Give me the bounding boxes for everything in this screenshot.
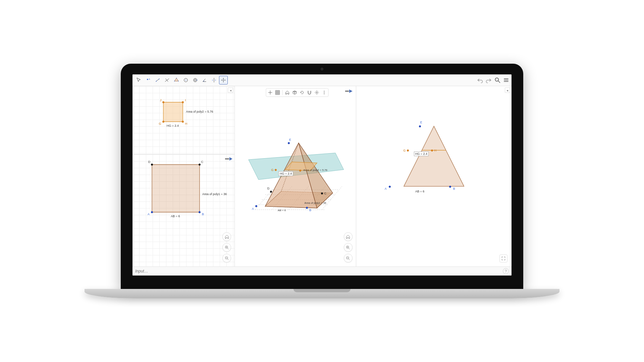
area-poly2-label: Area of poly2 = 5.76 (186, 110, 213, 113)
point-G-tri[interactable] (407, 149, 409, 152)
settings-icon[interactable] (314, 89, 320, 96)
laptop-bezel: A (121, 64, 523, 289)
fullscreen-button[interactable] (499, 254, 507, 262)
panel-3d[interactable]: A B C D E G HG = 2.4 Area of poly2 = 5.7… (235, 86, 356, 266)
area-poly2-3d: Area of poly2 = 5.76 (303, 169, 327, 172)
svg-point-14 (194, 79, 196, 81)
svg-point-0 (147, 79, 148, 80)
more-icon[interactable] (321, 89, 328, 96)
point-E-3d[interactable] (288, 142, 290, 144)
point-I[interactable] (182, 101, 184, 103)
label-A-tri: A (385, 187, 387, 190)
webcam (321, 68, 323, 70)
point-H-3d[interactable] (299, 170, 301, 172)
point-H[interactable] (182, 121, 184, 123)
home-button[interactable] (222, 232, 231, 241)
svg-line-6 (166, 79, 168, 82)
tool-reflect[interactable] (210, 76, 218, 84)
svg-line-5 (165, 79, 169, 82)
tool-perpendicular[interactable] (163, 76, 171, 84)
svg-point-13 (194, 78, 197, 82)
tool-polygon[interactable] (172, 76, 181, 84)
point-C-3d[interactable] (321, 192, 323, 194)
area-poly1-label: Area of poly1 = 36 (202, 192, 227, 196)
label-A-3d: A (252, 207, 254, 210)
cube-icon[interactable] (291, 89, 298, 96)
nav-buttons-3d (344, 232, 353, 262)
grid-icon[interactable] (274, 89, 281, 96)
point-B-3d[interactable] (306, 207, 308, 209)
svg-rect-39 (276, 90, 280, 95)
zoom-out-button[interactable] (222, 254, 231, 262)
point-A[interactable] (151, 211, 153, 213)
tool-point[interactable]: A (144, 76, 153, 84)
svg-line-69 (349, 248, 350, 249)
point-A-tri[interactable] (389, 186, 391, 188)
label-H: H (185, 122, 187, 125)
redo-button[interactable] (485, 77, 492, 83)
tool-circle-center[interactable] (181, 76, 190, 84)
main-toolbar: A (132, 74, 512, 86)
svg-marker-7 (174, 78, 178, 81)
workspace: ◂ J I H G Area of poly2 = 5.76 HG = (132, 86, 512, 266)
panel-2d-bottom[interactable]: D C B A Area of poly1 = 36 AB = 6 (132, 155, 234, 266)
panel-2d-top[interactable]: ◂ J I H G Area of poly2 = 5.76 HG = (132, 86, 234, 155)
label-G: G (159, 122, 161, 125)
pyramid-3d-drawing (235, 86, 356, 266)
home-3d-button[interactable] (344, 232, 353, 241)
label-G-tri: G (403, 149, 406, 152)
tool-line[interactable] (153, 76, 162, 84)
svg-point-18 (215, 80, 216, 80)
view-3d-toolbar (266, 88, 329, 97)
tool-ellipse[interactable] (191, 76, 200, 84)
point-B-tri[interactable] (449, 186, 451, 188)
zoom-out-3d-button[interactable] (344, 254, 353, 262)
hg-3d-label: HG = 2.4 (278, 171, 293, 176)
svg-point-15 (197, 80, 197, 80)
point-D[interactable] (151, 164, 153, 166)
algebra-input-bar: ? (132, 266, 512, 276)
ab-tri-label: AB = 6 (415, 190, 424, 193)
area-poly1-3d: Area of poly1 = 36 (305, 201, 326, 204)
tool-move[interactable] (135, 76, 143, 84)
svg-marker-75 (404, 126, 464, 186)
point-H-tri[interactable] (431, 149, 433, 152)
point-A-3d[interactable] (255, 205, 257, 207)
tool-move-view[interactable] (219, 76, 228, 84)
point-J[interactable] (162, 101, 164, 103)
svg-point-48 (324, 94, 325, 94)
rotate-icon[interactable] (299, 89, 306, 96)
search-icon[interactable] (494, 77, 501, 83)
svg-marker-26 (163, 102, 183, 122)
menu-icon[interactable] (503, 77, 509, 83)
algebra-input[interactable] (135, 269, 503, 274)
point-G-3d[interactable] (275, 169, 277, 171)
hg-tri-label: HG = 2.4 (414, 152, 429, 156)
point-E-tri[interactable] (419, 125, 421, 127)
ab-label: AB = 6 (171, 215, 180, 218)
zoom-in-3d-button[interactable] (344, 243, 353, 252)
svg-point-10 (174, 81, 175, 81)
zoom-in-button[interactable] (222, 243, 231, 252)
svg-line-22 (498, 81, 500, 83)
point-G[interactable] (162, 121, 164, 123)
svg-point-45 (316, 92, 318, 93)
point-D-3d[interactable] (270, 191, 272, 193)
point-B[interactable] (199, 211, 201, 213)
panel-triangle[interactable]: ◂ A B E G H HG = 2.4 AB = 6 (356, 86, 512, 266)
svg-marker-29 (152, 165, 200, 212)
nav-buttons (222, 232, 231, 262)
tool-angle[interactable] (200, 76, 209, 84)
label-D-3d: D (267, 187, 270, 190)
hg-label: HG = 2.4 (167, 124, 179, 127)
label-J: J (160, 99, 162, 102)
label-C: C (201, 160, 204, 164)
point-C[interactable] (199, 164, 201, 166)
help-button[interactable]: ? (503, 268, 509, 274)
axes-icon[interactable] (267, 89, 274, 96)
ab-3d-label: AB = 6 (278, 209, 286, 212)
home-view-icon[interactable] (284, 89, 291, 96)
undo-button[interactable] (477, 77, 483, 83)
magnet-icon[interactable] (306, 89, 313, 96)
label-B-3d: B (309, 208, 311, 212)
